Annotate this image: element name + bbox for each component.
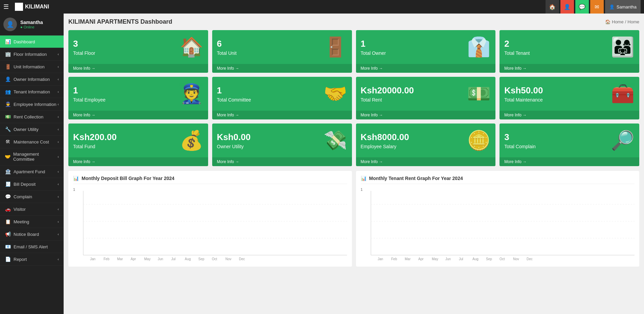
sidebar-user-info: 👤 Samantha Online [0,14,64,36]
user-menu[interactable]: 👤 Samantha [605,0,641,14]
email-sms-icon: 📧 [5,244,11,249]
card-footer-total-employee[interactable]: More Info → [68,111,208,119]
complain-icon: 💬 [5,194,11,199]
sidebar-username: Samantha [20,20,43,25]
card-employee-salary[interactable]: Ksh8000.00 Employee Salary 🪙 More Info → [356,124,496,166]
card-footer-total-maintenance[interactable]: More Info → [499,111,639,119]
logo-icon: 🏛 [15,3,23,11]
card-total-committee[interactable]: 1 Total Committee 🤝 More Info → [212,77,352,119]
maintenance-cost-icon: 🛠 [5,139,11,144]
main-layout: 👤 Samantha Online 📊 Dashboard 🏢 Floor In… [0,14,644,314]
card-number-employee-salary: Ksh8000.00 [361,132,409,142]
rent-chart-title: 📊 Monthly Tenant Rent Graph For Year 202… [361,176,635,184]
main-content: KILIMANI APARTMENTS Dashboard 🏠 Home / H… [64,14,644,314]
chevron-icon: ‹ [58,115,59,119]
card-footer-total-tenant[interactable]: More Info → [499,64,639,73]
sidebar-item-employee-info[interactable]: 👮 Employee Information ‹ [0,98,64,111]
card-footer-owner-utility[interactable]: More Info → [212,157,352,166]
sidebar-item-left: 🚪 Unit Information [5,64,45,69]
card-total-fund[interactable]: Ksh200.00 Total Fund 💰 More Info → [68,124,208,166]
sidebar-item-rent-collection[interactable]: 💵 Rent Collection ‹ [0,111,64,123]
mail-icon-button[interactable]: ✉ [590,0,604,14]
sidebar-item-left: 🔧 Owner Utility [5,127,39,132]
sidebar-item-left: 🏦 Apartment Fund [5,169,45,174]
meeting-icon: 📋 [5,219,11,224]
sidebar-item-label-owner-utility: Owner Utility [14,127,39,132]
chevron-icon: ‹ [58,127,59,131]
card-footer-employee-salary[interactable]: More Info → [356,157,496,166]
card-number-total-fund: Ksh200.00 [73,132,117,142]
card-footer-total-committee[interactable]: More Info → [212,111,352,119]
sidebar-item-left: 📄 Report [5,256,27,262]
svg-text:Oct: Oct [212,257,217,261]
svg-text:Aug: Aug [472,257,479,261]
hamburger-button[interactable]: ☰ [3,3,9,10]
chevron-icon: ‹ [58,232,59,236]
sidebar-item-complain[interactable]: 💬 Complain ‹ [0,190,64,203]
chevron-icon: ‹ [58,102,59,106]
sidebar-item-maintenance-cost[interactable]: 🛠 Maintenance Cost ‹ [0,136,64,148]
sidebar-item-email-sms[interactable]: 📧 Email / SMS Alert [0,241,64,253]
svg-text:Jun: Jun [445,257,451,261]
card-footer-total-complain[interactable]: More Info → [499,157,639,166]
sidebar-item-bill-deposit[interactable]: 🧾 Bill Deposit ‹ [0,178,64,190]
card-body-total-tenant: 2 Total Tenant 👨‍👩‍👧 [499,30,639,64]
sidebar-item-apartment-fund[interactable]: 🏦 Apartment Fund ‹ [0,165,64,178]
svg-text:Mar: Mar [117,257,123,261]
card-text-total-complain: 3 Total Complain [504,132,536,149]
sidebar-item-left: 📊 Dashboard [5,39,35,44]
card-total-floor[interactable]: 3 Total Floor 🏠 More Info → [68,30,208,73]
card-total-owner[interactable]: 1 Total Owner 👔 More Info → [356,30,496,73]
card-body-total-owner: 1 Total Owner 👔 [356,30,496,64]
sidebar-item-report[interactable]: 📄 Report ‹ [0,253,64,266]
report-icon: 📄 [5,256,11,262]
card-body-total-floor: 3 Total Floor 🏠 [68,30,208,64]
card-total-tenant[interactable]: 2 Total Tenant 👨‍👩‍👧 More Info → [499,30,639,73]
card-total-rent[interactable]: Ksh20000.00 Total Rent 💵 More Info → [356,77,496,119]
card-number-total-owner: 1 [361,39,386,49]
sidebar-item-tenant-info[interactable]: 👥 Tenant Information ‹ [0,86,64,98]
sidebar-item-floor-info[interactable]: 🏢 Floor Information ‹ [0,48,64,61]
sidebar-item-left: 🧾 Bill Deposit [5,181,36,187]
sidebar-item-label-owner-info: Owner Information [14,77,50,82]
card-icon-total-fund: 💰 [180,129,203,152]
card-text-employee-salary: Ksh8000.00 Employee Salary [361,132,409,149]
chat-icon-button[interactable]: 💬 [575,0,589,14]
sidebar-item-dashboard[interactable]: 📊 Dashboard [0,36,64,48]
deposit-chart-title: 📊 Monthly Deposit Bill Graph For Year 20… [73,176,347,184]
card-icon-total-owner: 👔 [467,36,491,58]
card-footer-total-fund[interactable]: More Info → [68,157,208,166]
sidebar-item-left: 🚗 Visitor [5,206,26,212]
card-text-total-maintenance: Ksh50.00 Total Maintenance [504,85,543,103]
card-total-maintenance[interactable]: Ksh50.00 Total Maintenance 🧰 More Info → [499,77,639,119]
svg-text:Sep: Sep [486,257,492,261]
svg-text:Apr: Apr [131,257,136,261]
sidebar-item-notice-board[interactable]: 📢 Notice Board ‹ [0,228,64,241]
card-total-employee[interactable]: 1 Total Employee 👮 More Info → [68,77,208,119]
card-total-complain[interactable]: 3 Total Complain 🔎 More Info → [499,124,639,166]
card-number-total-floor: 3 [73,39,95,49]
card-footer-total-rent[interactable]: More Info → [356,111,496,119]
sidebar-item-unit-info[interactable]: 🚪 Unit Information ‹ [0,61,64,73]
card-body-total-unit: 6 Total Unit 🚪 [212,30,352,64]
sidebar-item-meeting[interactable]: 📋 Meeting ‹ [0,216,64,228]
card-total-unit[interactable]: 6 Total Unit 🚪 More Info → [212,30,352,73]
card-footer-total-unit[interactable]: More Info → [212,64,352,73]
sidebar-item-label-complain: Complain [14,194,32,199]
sidebar-item-management-committee[interactable]: 🤝 Management Committee ‹ [0,148,64,165]
sidebar-item-owner-info[interactable]: 👤 Owner Information ‹ [0,73,64,86]
rent-y-label: 1 [361,187,363,192]
sidebar-item-owner-utility[interactable]: 🔧 Owner Utility ‹ [0,123,64,136]
card-text-total-committee: 1 Total Committee [217,85,251,103]
user-icon-button[interactable]: 👤 [560,0,574,14]
card-owner-utility[interactable]: Ksh0.00 Owner Utility 💸 More Info → [212,124,352,166]
card-number-total-employee: 1 [73,85,106,96]
card-footer-total-owner[interactable]: More Info → [356,64,496,73]
svg-text:Mar: Mar [405,257,411,261]
home-icon-button[interactable]: 🏠 [546,0,559,14]
sidebar-item-visitor[interactable]: 🚗 Visitor ‹ [0,203,64,216]
sidebar-item-left: 💵 Rent Collection [5,114,43,119]
card-footer-total-floor[interactable]: More Info → [68,64,208,73]
floor-info-icon: 🏢 [5,51,11,57]
sidebar-item-label-rent-collection: Rent Collection [14,114,43,119]
